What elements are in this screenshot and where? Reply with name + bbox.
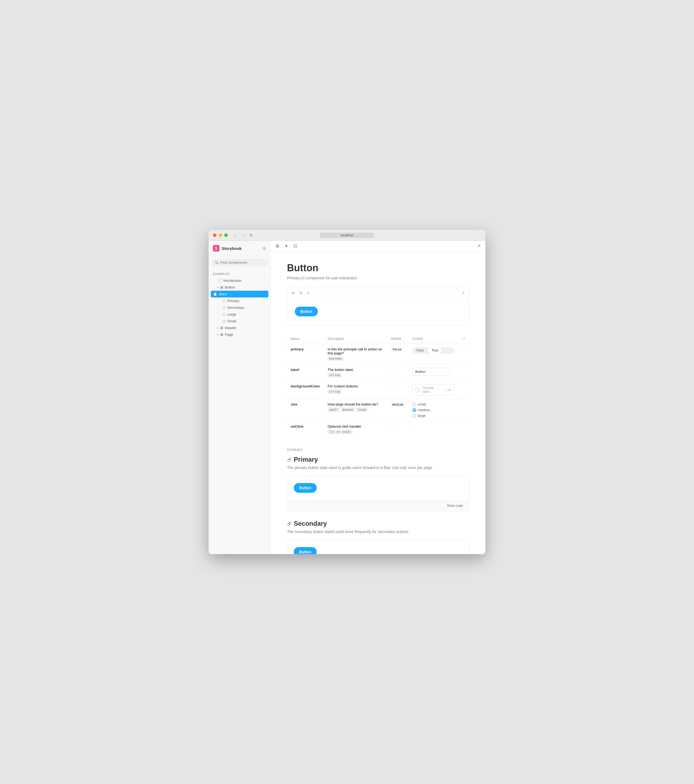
color-placeholder[interactable]: Choose color...: [420, 384, 444, 395]
type-badge-large: large: [356, 407, 368, 412]
maximize-button[interactable]: [224, 234, 228, 237]
table-row: label* The button label. string -: [287, 364, 469, 381]
sidebar-header: S Storybook ⚙: [209, 241, 270, 256]
sidebar-item-primary[interactable]: ◻ Primary: [209, 297, 270, 304]
sidebar-item-page[interactable]: ▸ ⊞ Page: [209, 331, 270, 338]
story-icon: ◻: [223, 299, 226, 303]
page-subtitle: Primary UI component for user interactio…: [287, 276, 469, 280]
url-bar[interactable]: localhost: [320, 232, 374, 238]
gear-icon[interactable]: ⚙: [262, 246, 266, 251]
toggle-false-option[interactable]: False: [412, 347, 428, 354]
zoom-in-button[interactable]: ⊕: [290, 290, 296, 296]
sidebar-item-button[interactable]: ▾ ⊞ Button: [209, 284, 270, 291]
sidebar-item-label: Introduction: [223, 278, 242, 283]
link-icon[interactable]: 🔗: [287, 521, 292, 526]
table-row: onClick Optional click handler (() => vo…: [287, 421, 469, 438]
sidebar-item-large[interactable]: ◻ Large: [209, 311, 270, 318]
default-value: -: [391, 384, 393, 388]
color-code-button[interactable]: </>: [444, 387, 454, 393]
settings-icon-button[interactable]: ✦: [283, 242, 290, 250]
close-button[interactable]: [213, 234, 216, 237]
prop-description: For custom buttons: [328, 384, 358, 388]
search-shortcut: /: [267, 261, 268, 264]
radio-large[interactable]: large: [412, 413, 455, 418]
sidebar-item-label: Page: [225, 333, 233, 337]
zoom-out-button[interactable]: ⊖: [298, 290, 303, 296]
toolbar: ⊞ ✦ ⊡ ↗: [271, 241, 485, 252]
type-badge: string: [328, 373, 341, 377]
prop-description: Optional click handler: [328, 425, 361, 428]
radio-medium[interactable]: medium: [412, 408, 455, 412]
component-icon: ⊞: [220, 285, 223, 289]
table-row: size How large should the button be? sma…: [287, 399, 469, 421]
search-input[interactable]: [220, 260, 265, 265]
external-link-button[interactable]: ↗: [475, 242, 482, 250]
reset-all-icon[interactable]: ↺: [462, 337, 465, 341]
chevron-right-icon: ▸: [217, 326, 219, 329]
chevron-down-icon: ▾: [217, 286, 219, 289]
table-row: primary Is this the principle call to ac…: [287, 344, 469, 364]
section-collapse-icon[interactable]: ⌄: [264, 273, 266, 275]
link-icon[interactable]: 🔗: [287, 457, 292, 462]
prop-name: backgroundColor: [291, 384, 320, 388]
back-button[interactable]: ←: [232, 232, 238, 238]
sidebar-item-label: Primary: [227, 299, 239, 303]
minimize-button[interactable]: [219, 234, 222, 237]
preview-button[interactable]: Button: [295, 306, 318, 316]
type-badge: string: [328, 389, 341, 394]
col-description: Description: [324, 334, 387, 344]
story-icon: ◻: [223, 319, 226, 323]
type-badge: boolean: [328, 356, 343, 361]
table-row: backgroundColor For custom buttons strin…: [287, 381, 469, 399]
component-icon: ⊞: [220, 333, 223, 337]
app-window: ← → ↻ localhost S Storybook ⚙ 🔍 /: [209, 230, 485, 554]
app-layout: S Storybook ⚙ 🔍 / EXAMPLES ⌄ 📄 Introduc: [209, 241, 485, 554]
sidebar-item-small[interactable]: ◻ Small: [209, 318, 270, 324]
url-bar-container: localhost: [320, 232, 374, 238]
zoom-reset-button[interactable]: ⊙: [306, 290, 311, 296]
radio-dot-large: [412, 414, 416, 418]
show-code-button[interactable]: Show code: [445, 503, 465, 509]
args-table: Name Description Default Control ↺ prima…: [287, 334, 469, 437]
layout-icon-button[interactable]: ⊡: [292, 242, 298, 250]
preview-area: Button: [287, 298, 469, 325]
radio-dot-small: [412, 402, 416, 406]
type-badge-medium: medium: [341, 407, 355, 412]
forward-button[interactable]: →: [240, 232, 246, 238]
secondary-demo-button[interactable]: Button: [294, 547, 317, 554]
preview-box: ⊕ ⊖ ⊙ ↗ Button: [287, 288, 469, 325]
radio-small[interactable]: small: [412, 402, 455, 406]
sidebar-item-secondary[interactable]: ◻ Secondary: [209, 304, 270, 311]
stories-label: STORIES: [287, 448, 469, 451]
type-badge: (() => void): [328, 430, 352, 434]
primary-story-desc: The primary button style used to guide u…: [287, 466, 469, 470]
story-icon: ◻: [223, 312, 226, 316]
toggle-control: False True: [412, 347, 455, 354]
story-preview-area: Button: [287, 540, 469, 554]
sidebar-item-label: Docs: [219, 292, 227, 296]
toggle-true-option[interactable]: True: [428, 347, 442, 354]
secondary-story-header: 🔗 Secondary: [287, 520, 469, 527]
label-input[interactable]: [412, 368, 450, 376]
story-icon: 📄: [217, 278, 222, 283]
sidebar-item-introduction[interactable]: 📄 Introduction: [209, 277, 270, 284]
prop-name: size: [291, 402, 298, 406]
refresh-button[interactable]: ↻: [248, 232, 254, 238]
storybook-logo-text: Storybook: [222, 246, 242, 251]
radio-dot-medium: [412, 408, 416, 412]
primary-demo-button[interactable]: Button: [294, 483, 317, 493]
story-icon: ◻: [223, 306, 226, 310]
sidebar: S Storybook ⚙ 🔍 / EXAMPLES ⌄ 📄 Introduc: [209, 241, 271, 554]
prop-name: onClick: [291, 425, 303, 428]
search-bar[interactable]: 🔍 /: [212, 259, 267, 266]
sidebar-item-header[interactable]: ▸ ⊞ Header: [209, 324, 270, 331]
preview-expand-button[interactable]: ↗: [460, 290, 466, 296]
primary-story-header: 🔗 Primary: [287, 456, 469, 463]
prop-description: The button label.: [328, 368, 354, 372]
sidebar-item-docs[interactable]: 📋 Docs: [211, 291, 269, 297]
prop-description: How large should the button be?: [328, 402, 378, 406]
secondary-story-title: Secondary: [294, 520, 327, 527]
docs-icon: 📋: [213, 292, 217, 296]
search-icon: 🔍: [214, 261, 219, 265]
grid-icon-button[interactable]: ⊞: [274, 242, 281, 250]
